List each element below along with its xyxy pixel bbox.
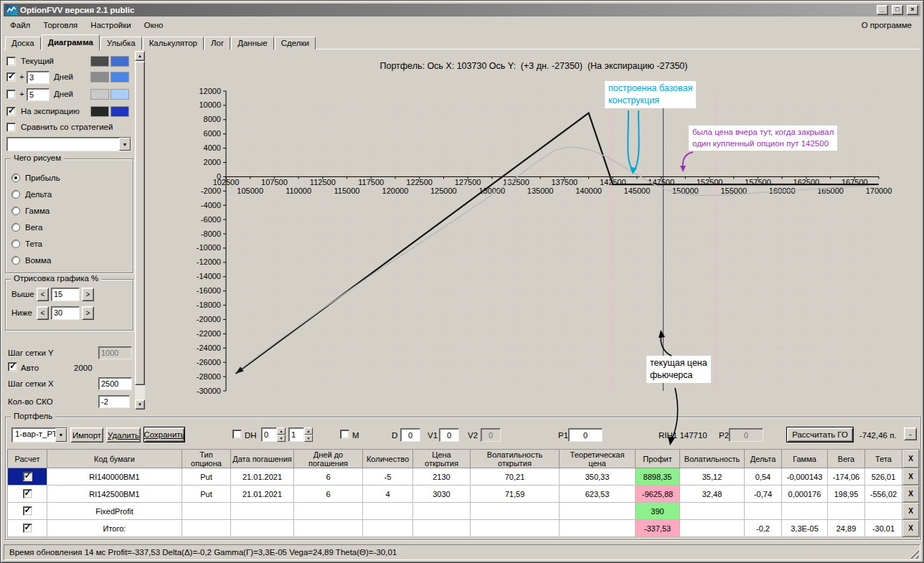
plus3-color-swatch-1[interactable] (91, 72, 108, 82)
tab-deals[interactable]: Сделки (275, 37, 316, 49)
p1-input[interactable] (568, 428, 603, 442)
below-input[interactable] (51, 306, 80, 320)
maximize-button[interactable]: □ (892, 5, 903, 15)
preset-combobox[interactable]: 1-вар-т_РТС ▼ (11, 427, 67, 443)
row-checkbox[interactable] (23, 506, 32, 516)
scroll-up-icon[interactable]: ▲ (135, 51, 145, 61)
scrollbar-thumb[interactable] (135, 61, 145, 385)
delete-row-button[interactable]: X (902, 468, 920, 486)
payoff-chart[interactable]: -30000-28000-26000-24000-22000-20000-180… (146, 72, 922, 411)
menu-settings[interactable]: Настройки (84, 19, 137, 32)
calc-cell[interactable] (8, 486, 47, 503)
radio-icon[interactable] (11, 190, 20, 199)
row-checkbox[interactable] (23, 524, 32, 533)
column-header[interactable]: Волатильность открытия (471, 450, 560, 468)
d-input[interactable] (400, 428, 420, 442)
draw-option-gamma[interactable]: Гамма (11, 205, 50, 217)
menu-about[interactable]: О программе (853, 19, 920, 32)
draw-option-theta[interactable]: Тета (11, 238, 42, 250)
column-header[interactable]: Волатильность (680, 450, 745, 468)
current-color-swatch-1[interactable] (91, 57, 108, 66)
draw-option-vomma[interactable]: Вомма (11, 255, 51, 266)
menu-window[interactable]: Окно (138, 19, 170, 32)
menu-trading[interactable]: Торговля (37, 19, 84, 32)
below-increase-button[interactable]: > (82, 306, 94, 320)
plus3-days-input[interactable] (27, 71, 50, 84)
plus5-days-input[interactable] (27, 88, 50, 101)
scroll-down-icon[interactable]: ▼ (135, 399, 145, 410)
delete-row-button[interactable]: X (902, 486, 920, 503)
radio-icon[interactable] (11, 223, 20, 232)
compare-strategy-checkbox[interactable] (6, 123, 16, 132)
plus3-checkbox[interactable] (6, 72, 16, 82)
tab-board[interactable]: Доска (5, 37, 41, 49)
current-color-swatch-2[interactable] (111, 57, 128, 66)
spin-down-icon[interactable]: ▼ (304, 435, 313, 442)
draw-option-delta[interactable]: Дельта (11, 189, 52, 200)
plus5-color-swatch-2[interactable] (111, 90, 128, 99)
chevron-down-icon[interactable]: ▼ (55, 428, 67, 442)
import-button[interactable]: Импорт (70, 427, 103, 443)
expiration-color-swatch-1[interactable] (91, 107, 108, 116)
radio-icon[interactable] (11, 174, 20, 182)
tab-calculator[interactable]: Калькулятор (143, 37, 204, 49)
grid-x-input[interactable] (98, 377, 132, 390)
column-header[interactable]: Вега (828, 450, 865, 468)
tab-data[interactable]: Данные (231, 37, 274, 49)
above-decrease-button[interactable]: < (37, 288, 49, 301)
column-header[interactable]: Код бумаги (47, 450, 182, 468)
calc-cell[interactable] (8, 468, 47, 486)
radio-icon[interactable] (11, 207, 20, 215)
close-button[interactable]: × (907, 5, 918, 15)
auto-checkbox[interactable] (8, 362, 17, 372)
column-header[interactable]: Гамма (782, 450, 828, 468)
tab-diagram[interactable]: Диаграмма (42, 34, 100, 50)
below-decrease-button[interactable]: < (37, 306, 49, 320)
calc-cell[interactable] (8, 503, 47, 520)
column-header[interactable]: Тета (865, 450, 902, 468)
dh-spinner-a[interactable]: ▲▼ (261, 427, 286, 442)
strategy-combobox[interactable]: ▼ (6, 137, 131, 151)
column-header[interactable]: Дней до погашения (294, 450, 363, 468)
column-header[interactable]: Количество (363, 450, 413, 468)
column-header[interactable]: Цена открытия (413, 450, 471, 468)
column-header[interactable]: Дельта (745, 450, 782, 468)
expiration-color-swatch-2[interactable] (111, 107, 128, 116)
above-input[interactable] (51, 288, 80, 301)
delete-all-button[interactable]: X (902, 450, 920, 468)
expiration-checkbox[interactable] (6, 107, 16, 116)
v1-input[interactable] (439, 428, 459, 442)
column-header[interactable]: Тип опциона (182, 450, 231, 468)
spin-up-icon[interactable]: ▲ (304, 427, 313, 435)
column-header[interactable]: Расчет (8, 450, 47, 468)
spin-down-icon[interactable]: ▼ (277, 435, 286, 442)
column-header[interactable]: Профит (636, 450, 680, 468)
m-checkbox[interactable] (340, 430, 349, 439)
sko-input[interactable] (98, 395, 130, 408)
spinner-arrows[interactable]: ▲▼ (277, 427, 286, 442)
draw-option-vega[interactable]: Вега (11, 222, 42, 233)
delete-row-button[interactable]: X (902, 520, 920, 537)
title-bar[interactable]: OptionFVV версия 2.1 public _ □ × (4, 4, 920, 16)
column-header[interactable]: Дата погашения (231, 450, 294, 468)
delete-row-button[interactable]: X (902, 503, 920, 520)
menu-file[interactable]: Файл (4, 19, 37, 32)
column-header[interactable]: Теоретическая цена (560, 450, 636, 468)
dh-checkbox[interactable] (232, 430, 242, 439)
plus5-checkbox[interactable] (6, 90, 16, 99)
collapse-panel-button[interactable]: - (904, 427, 917, 440)
current-checkbox[interactable] (6, 57, 16, 66)
dh-spinner-b-input[interactable] (288, 427, 304, 442)
radio-icon[interactable] (11, 256, 20, 265)
calc-cell[interactable] (8, 520, 47, 537)
spin-up-icon[interactable]: ▲ (277, 427, 286, 435)
dh-spinner-a-input[interactable] (261, 427, 277, 442)
row-checkbox[interactable] (23, 472, 32, 481)
chevron-down-icon[interactable]: ▼ (119, 138, 131, 151)
plus5-color-swatch-1[interactable] (91, 90, 108, 99)
above-increase-button[interactable]: > (82, 288, 94, 301)
tab-smile[interactable]: Улыбка (100, 37, 142, 49)
radio-icon[interactable] (11, 240, 20, 248)
dh-spinner-b[interactable]: ▲▼ (288, 427, 313, 442)
tab-log[interactable]: Лог (204, 37, 230, 49)
